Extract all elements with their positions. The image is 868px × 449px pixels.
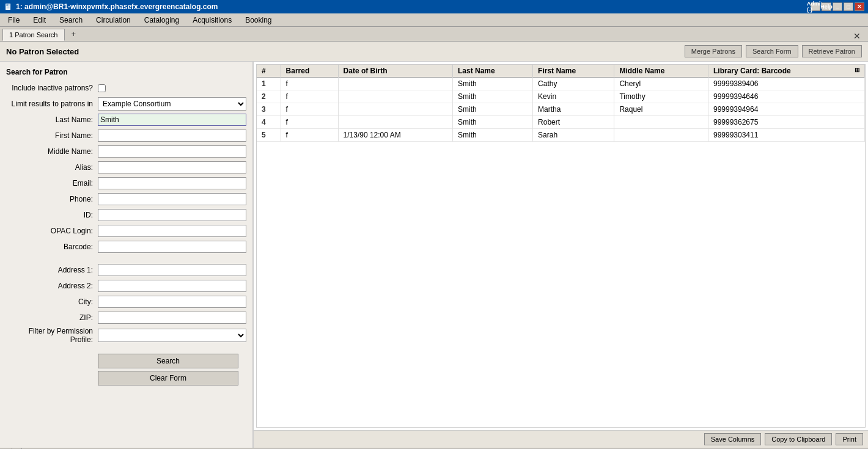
opac-login-input[interactable] — [98, 225, 246, 237]
title-bar-controls[interactable]: Admin (-) Help _ □ ✕ — [811, 2, 864, 11]
opac-login-label: OPAC Login: — [6, 227, 98, 235]
table-row[interactable]: 4 f Smith Robert 99999362675 — [257, 116, 865, 129]
barcode-input[interactable] — [98, 241, 246, 253]
last-name-label: Last Name: — [6, 115, 98, 124]
phone-input[interactable] — [98, 193, 246, 205]
cell-barred: f — [281, 78, 338, 90]
barcode-label: Barcode: — [6, 243, 98, 251]
col-expand-icon[interactable]: ⊞ — [855, 67, 859, 73]
table-header-row: # Barred Date of Birth Last Name First N… — [257, 65, 865, 78]
app-icon: 🖥 — [4, 2, 12, 12]
address2-row: Address 2: — [6, 279, 246, 293]
cell-first: Robert — [533, 116, 614, 129]
last-name-input[interactable] — [98, 114, 246, 126]
window-close-btn[interactable]: ✕ — [848, 31, 866, 41]
menu-circulation[interactable]: Circulation — [90, 14, 136, 26]
menu-search[interactable]: Search — [54, 14, 88, 26]
search-btn[interactable]: Search — [98, 354, 238, 368]
cell-last: Smith — [452, 78, 532, 90]
retrieve-patron-btn[interactable]: Retrieve Patron — [802, 45, 862, 57]
city-row: City: — [6, 295, 246, 308]
table-row[interactable]: 1 f Smith Cathy Cheryl 99999389406 — [257, 78, 865, 90]
cell-last: Smith — [452, 129, 532, 142]
maximize-btn[interactable]: □ — [844, 2, 853, 11]
middle-name-label: Middle Name: — [6, 147, 98, 156]
cell-dob — [338, 78, 452, 90]
zip-input[interactable] — [98, 312, 246, 324]
cell-barred: f — [281, 116, 338, 129]
cell-middle: Timothy — [614, 90, 708, 103]
table-row[interactable]: 5 f 1/13/90 12:00 AM Smith Sarah 9999930… — [257, 129, 865, 142]
results-panel: # Barred Date of Birth Last Name First N… — [254, 62, 868, 448]
print-btn[interactable]: Print — [836, 433, 863, 445]
include-inactive-row: Include inactive patrons? — [6, 81, 246, 95]
results-table-container[interactable]: # Barred Date of Birth Last Name First N… — [256, 64, 866, 428]
include-inactive-checkbox[interactable] — [98, 84, 106, 92]
minimize-btn[interactable]: _ — [833, 2, 842, 11]
filter-label: Filter by Permission Profile: — [6, 327, 98, 344]
clear-form-btn[interactable]: Clear Form — [98, 371, 238, 385]
table-row[interactable]: 2 f Smith Kevin Timothy 99999394646 — [257, 90, 865, 103]
address1-label: Address 1: — [6, 266, 98, 274]
address1-input[interactable] — [98, 264, 246, 276]
email-input[interactable] — [98, 177, 246, 189]
limit-results-select[interactable]: Example Consortium — [98, 97, 246, 111]
admin-label[interactable]: Admin (-) — [811, 2, 820, 11]
address2-input[interactable] — [98, 280, 246, 292]
close-btn[interactable]: ✕ — [855, 2, 864, 11]
col-barred[interactable]: Barred — [281, 65, 338, 78]
menu-cataloging[interactable]: Cataloging — [139, 14, 185, 26]
merge-patrons-btn[interactable]: Merge Patrons — [685, 45, 742, 57]
id-label: ID: — [6, 211, 98, 219]
first-name-input[interactable] — [98, 130, 246, 142]
id-input[interactable] — [98, 209, 246, 221]
menu-file[interactable]: File — [2, 14, 25, 26]
body-area: Search for Patron Include inactive patro… — [0, 62, 868, 448]
filter-select[interactable] — [98, 329, 246, 342]
cell-middle — [614, 116, 708, 129]
search-form-btn[interactable]: Search Form — [746, 45, 798, 57]
toolbar-buttons: Merge Patrons Search Form Retrieve Patro… — [685, 45, 862, 57]
cell-dob — [338, 90, 452, 103]
address2-label: Address 2: — [6, 282, 98, 290]
cell-last: Smith — [452, 116, 532, 129]
col-first-name[interactable]: First Name — [533, 65, 614, 78]
zip-row: ZIP: — [6, 311, 246, 324]
first-name-label: First Name: — [6, 131, 98, 140]
email-row: Email: — [6, 177, 246, 190]
table-row[interactable]: 3 f Smith Martha Raquel 99999394964 — [257, 103, 865, 116]
col-dob[interactable]: Date of Birth — [338, 65, 452, 78]
cell-barcode: 99999394646 — [708, 90, 864, 103]
menu-edit[interactable]: Edit — [28, 14, 51, 26]
help-label[interactable]: Help — [822, 2, 831, 11]
col-last-name[interactable]: Last Name — [452, 65, 532, 78]
cell-middle: Cheryl — [614, 78, 708, 90]
tab-add[interactable]: + — [66, 27, 82, 41]
barcode-row: Barcode: — [6, 240, 246, 254]
col-barcode[interactable]: Library Card: Barcode ⊞ — [708, 65, 864, 78]
top-toolbar: No Patron Selected Merge Patrons Search … — [0, 42, 868, 62]
cell-middle — [614, 129, 708, 142]
city-input[interactable] — [98, 296, 246, 308]
alias-input[interactable] — [98, 161, 246, 173]
tab-patron-search[interactable]: 1 Patron Search — [2, 29, 65, 41]
limit-results-label: Limit results to patrons in — [6, 100, 98, 108]
copy-to-clipboard-btn[interactable]: Copy to Clipboard — [765, 433, 832, 445]
col-middle-name[interactable]: Middle Name — [614, 65, 708, 78]
cell-first: Cathy — [533, 78, 614, 90]
email-label: Email: — [6, 179, 98, 188]
phone-label: Phone: — [6, 195, 98, 203]
middle-name-row: Middle Name: — [6, 145, 246, 158]
menu-acquisitions[interactable]: Acquisitions — [187, 14, 237, 26]
col-num[interactable]: # — [257, 65, 281, 78]
last-name-row: Last Name: — [6, 113, 246, 126]
filter-row: Filter by Permission Profile: — [6, 327, 246, 344]
id-row: ID: — [6, 208, 246, 222]
main-content: No Patron Selected Merge Patrons Search … — [0, 42, 868, 448]
save-columns-btn[interactable]: Save Columns — [704, 433, 762, 445]
opac-login-row: OPAC Login: — [6, 224, 246, 238]
menu-booking[interactable]: Booking — [240, 14, 277, 26]
search-panel: Search for Patron Include inactive patro… — [0, 62, 254, 448]
cell-middle: Raquel — [614, 103, 708, 116]
middle-name-input[interactable] — [98, 145, 246, 158]
